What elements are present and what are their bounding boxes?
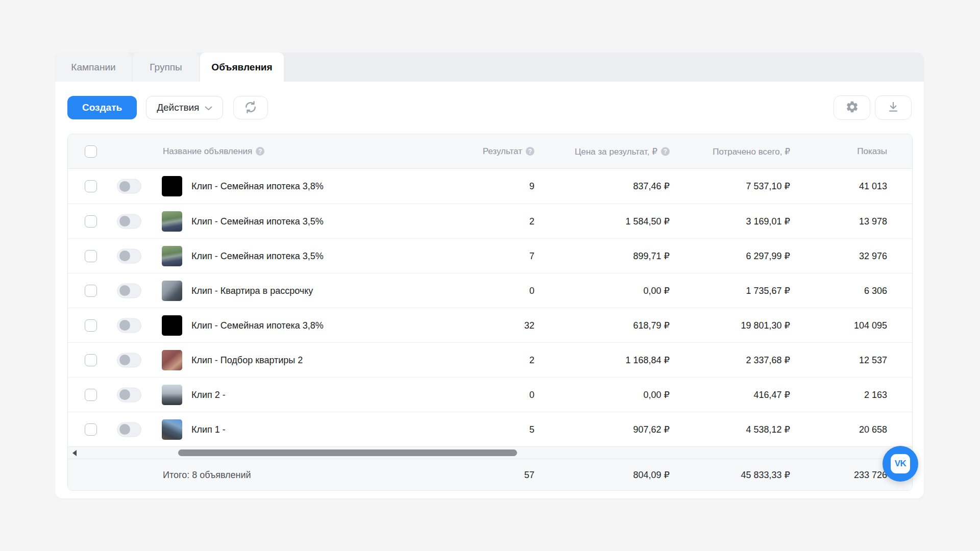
ad-thumbnail[interactable] [162, 315, 182, 336]
ad-thumbnail[interactable] [162, 211, 182, 232]
table-total-row: Итого: 8 объявлений 57 804,09 ₽ 45 833,3… [68, 459, 912, 490]
total-impressions: 233 726 [854, 469, 887, 480]
cell-spent-total: 7 537,10 ₽ [746, 181, 790, 192]
cell-impressions: 20 658 [859, 424, 887, 435]
toggle-knob [119, 285, 130, 296]
ad-name-link[interactable]: Клип - Подбор квартиры 2 [191, 355, 303, 365]
export-button[interactable] [875, 95, 912, 120]
ad-status-toggle[interactable] [117, 422, 141, 437]
table-row: Клип - Семейная ипотека 3,5% 2 1 584,50 … [68, 204, 912, 238]
table-row: Клип 1 - 5 907,62 ₽ 4 538,12 ₽ 20 658 [68, 412, 912, 446]
gear-icon [845, 100, 859, 115]
tab-ads[interactable]: Объявления [200, 53, 284, 82]
cell-cost-per-result: 618,79 ₽ [633, 320, 670, 331]
cell-result: 32 [524, 320, 534, 331]
row-checkbox[interactable] [85, 423, 97, 436]
header-impressions: Показы [857, 146, 887, 157]
ad-thumbnail[interactable] [162, 385, 182, 405]
row-checkbox[interactable] [85, 319, 97, 332]
toolbar: Создать Действия [55, 82, 924, 134]
row-checkbox[interactable] [85, 354, 97, 366]
ad-status-toggle[interactable] [117, 283, 141, 298]
tab-bar: Кампании Группы Объявления [55, 53, 924, 82]
cell-cost-per-result: 899,71 ₽ [633, 251, 670, 262]
row-checkbox[interactable] [85, 215, 97, 228]
table-header-row: Название объявления ? Результат ? Цена з… [68, 134, 912, 169]
ad-name-link[interactable]: Клип 1 - [191, 424, 226, 435]
cell-cost-per-result: 0,00 ₽ [644, 285, 670, 296]
cell-impressions: 104 095 [854, 320, 887, 331]
header-cost-per-result: Цена за результат, ₽ ? [575, 146, 670, 157]
create-button[interactable]: Создать [67, 96, 137, 119]
help-icon[interactable]: ? [661, 147, 670, 156]
row-checkbox[interactable] [85, 285, 97, 297]
table-row: Клип 2 - 0 0,00 ₽ 416,47 ₽ 2 163 [68, 377, 912, 412]
select-all-checkbox[interactable] [85, 145, 97, 158]
cell-result: 7 [529, 251, 534, 261]
tab-groups[interactable]: Группы [133, 53, 199, 82]
cell-spent-total: 4 538,12 ₽ [746, 424, 790, 435]
horizontal-scrollbar [68, 446, 912, 459]
cell-impressions: 41 013 [859, 181, 887, 192]
total-spent-total: 45 833,33 ₽ [741, 469, 790, 481]
ad-name-link[interactable]: Клип 2 - [191, 389, 226, 400]
tab-groups-label: Группы [150, 62, 182, 73]
row-checkbox[interactable] [85, 180, 97, 192]
ad-status-toggle[interactable] [117, 214, 141, 229]
ad-thumbnail[interactable] [162, 246, 182, 266]
cell-cost-per-result: 837,46 ₽ [633, 181, 670, 192]
cell-impressions: 32 976 [859, 251, 887, 261]
help-icon[interactable]: ? [256, 147, 264, 156]
ad-name-link[interactable]: Клип - Квартира в рассрочку [191, 285, 313, 296]
ad-name-link[interactable]: Клип - Семейная ипотека 3,8% [191, 181, 324, 192]
ad-status-toggle[interactable] [117, 318, 141, 333]
vk-support-fab[interactable]: VK [883, 446, 918, 482]
ad-name-link[interactable]: Клип - Семейная ипотека 3,8% [191, 320, 324, 331]
help-icon[interactable]: ? [526, 147, 534, 156]
ad-status-toggle[interactable] [117, 353, 141, 367]
tab-bar-filler [285, 53, 924, 82]
cell-result: 2 [529, 355, 534, 365]
ad-status-toggle[interactable] [117, 387, 141, 402]
total-result: 57 [524, 469, 534, 480]
refresh-icon [243, 100, 258, 116]
scroll-left-arrow-icon[interactable] [72, 450, 77, 456]
cell-result: 0 [529, 389, 534, 400]
toggle-knob [119, 355, 130, 365]
ad-status-toggle[interactable] [117, 179, 141, 194]
ad-status-toggle[interactable] [117, 248, 141, 263]
ad-name-link[interactable]: Клип - Семейная ипотека 3,5% [191, 251, 324, 261]
actions-dropdown-button[interactable]: Действия [146, 96, 223, 119]
cell-cost-per-result: 0,00 ₽ [644, 389, 670, 400]
cell-result: 0 [529, 285, 534, 296]
settings-button[interactable] [834, 95, 870, 120]
tab-campaigns[interactable]: Кампании [55, 53, 132, 82]
ad-name-link[interactable]: Клип - Семейная ипотека 3,5% [191, 216, 324, 227]
row-checkbox[interactable] [85, 389, 97, 401]
cell-spent-total: 19 801,30 ₽ [741, 320, 790, 331]
cell-cost-per-result: 1 168,84 ₽ [625, 355, 670, 366]
ads-table: Название объявления ? Результат ? Цена з… [67, 134, 913, 491]
scrollbar-thumb[interactable] [178, 449, 517, 456]
cell-result: 9 [529, 181, 534, 192]
ad-thumbnail[interactable] [162, 350, 182, 370]
refresh-button[interactable] [233, 96, 268, 119]
header-name: Название объявления ? [163, 146, 264, 157]
ad-thumbnail[interactable] [162, 281, 182, 301]
ads-manager-panel: Кампании Группы Объявления Создать Дейст… [55, 53, 924, 498]
ad-thumbnail[interactable] [162, 176, 182, 196]
row-checkbox[interactable] [85, 250, 97, 262]
actions-dropdown-label: Действия [157, 102, 199, 113]
tab-ads-label: Объявления [211, 62, 272, 73]
toggle-knob [119, 251, 130, 261]
toggle-knob [119, 320, 130, 331]
cell-spent-total: 6 297,99 ₽ [746, 251, 790, 262]
ad-thumbnail[interactable] [162, 419, 182, 440]
table-row: Клип - Квартира в рассрочку 0 0,00 ₽ 1 7… [68, 273, 912, 308]
cell-spent-total: 2 337,68 ₽ [746, 355, 790, 366]
total-label: Итого: 8 объявлений [163, 469, 251, 480]
cell-cost-per-result: 907,62 ₽ [633, 424, 670, 435]
cell-spent-total: 416,47 ₽ [753, 389, 790, 400]
cell-result: 2 [529, 216, 534, 227]
header-result: Результат ? [483, 146, 534, 157]
